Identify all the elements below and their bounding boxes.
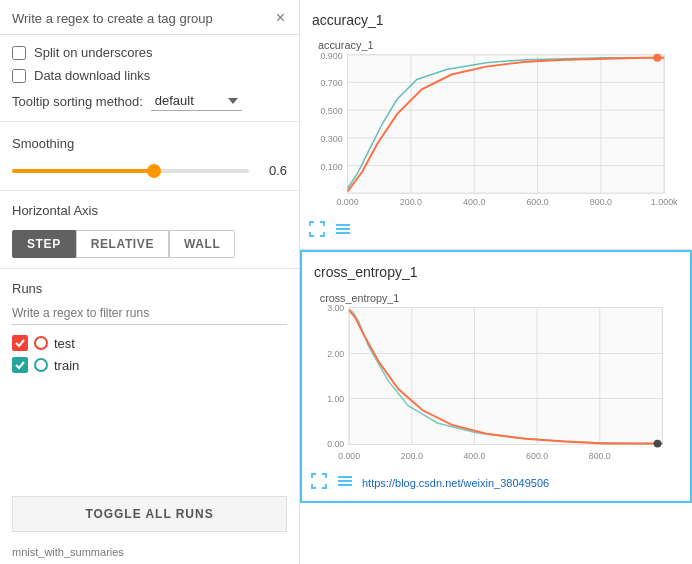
run-checkbox-train[interactable]	[12, 357, 28, 373]
smoothing-slider-thumb[interactable]	[147, 164, 161, 178]
axis-buttons-group: STEP RELATIVE WALL	[12, 230, 287, 258]
svg-text:1.00: 1.00	[327, 394, 344, 404]
svg-point-50	[654, 440, 662, 448]
horizontal-axis-section: Horizontal Axis STEP RELATIVE WALL	[0, 191, 299, 269]
chart-svg-cross-entropy: cross_entropy_1 3.00	[310, 286, 682, 466]
svg-rect-27	[336, 228, 350, 230]
lines-icon-accuracy[interactable]	[334, 220, 352, 241]
smoothing-value: 0.6	[259, 163, 287, 178]
smoothing-slider-track[interactable]	[12, 169, 249, 173]
smoothing-title: Smoothing	[12, 136, 287, 151]
expand-icon-cross-entropy[interactable]	[310, 472, 328, 493]
chart-area-accuracy: accuracy_1	[300, 30, 692, 218]
axis-wall-button[interactable]: WALL	[169, 230, 235, 258]
smoothing-slider-row: 0.6	[12, 163, 287, 178]
svg-text:cross_entropy_1: cross_entropy_1	[320, 292, 399, 304]
tooltip-row: Tooltip sorting method: default ascendin…	[12, 91, 287, 111]
data-download-checkbox[interactable]: Data download links	[12, 68, 287, 83]
svg-text:200.0: 200.0	[400, 197, 422, 207]
svg-rect-51	[338, 476, 352, 478]
axis-step-button[interactable]: STEP	[12, 230, 76, 258]
svg-text:accuracy_1: accuracy_1	[318, 39, 374, 51]
chart-title-cross-entropy: cross_entropy_1	[302, 260, 690, 282]
svg-text:800.0: 800.0	[590, 197, 612, 207]
run-checkbox-test[interactable]	[12, 335, 28, 351]
chart-actions-accuracy	[300, 218, 692, 245]
data-download-label: Data download links	[34, 68, 150, 83]
panel-header-text: Write a regex to create a tag group	[12, 11, 213, 26]
runs-title: Runs	[12, 281, 287, 296]
tooltip-sorting-label: Tooltip sorting method:	[12, 94, 143, 109]
expand-icon-accuracy[interactable]	[308, 220, 326, 241]
svg-text:0.00: 0.00	[327, 439, 344, 449]
chart-inner-accuracy: accuracy_1	[308, 34, 684, 214]
svg-text:0.900: 0.900	[320, 51, 342, 61]
lines-icon-cross-entropy[interactable]	[336, 472, 354, 493]
split-underscores-label: Split on underscores	[34, 45, 153, 60]
panel-header: Write a regex to create a tag group ×	[0, 0, 299, 35]
chart-actions-cross-entropy: https://blog.csdn.net/weixin_38049506	[302, 470, 690, 497]
svg-text:3.00: 3.00	[327, 303, 344, 313]
horizontal-axis-title: Horizontal Axis	[12, 203, 287, 218]
run-circle-test	[34, 336, 48, 350]
split-underscores-input[interactable]	[12, 46, 26, 60]
chart-card-accuracy: accuracy_1 accuracy_1	[300, 0, 692, 250]
svg-rect-52	[338, 480, 352, 482]
svg-rect-28	[336, 232, 350, 234]
tooltip-sorting-select[interactable]: default ascending descending nearest	[151, 91, 242, 111]
run-name-test: test	[54, 336, 75, 351]
footer-text: mnist_with_summaries	[0, 540, 299, 564]
svg-text:1.000k: 1.000k	[651, 197, 678, 207]
chart-svg-accuracy: accuracy_1	[308, 34, 684, 214]
options-section: Split on underscores Data download links…	[0, 35, 299, 122]
chart-link-cross-entropy[interactable]: https://blog.csdn.net/weixin_38049506	[362, 477, 549, 489]
svg-text:600.0: 600.0	[526, 197, 548, 207]
svg-rect-53	[338, 484, 352, 486]
split-underscores-checkbox[interactable]: Split on underscores	[12, 45, 287, 60]
run-circle-train	[34, 358, 48, 372]
run-row-test: test	[12, 335, 287, 351]
svg-text:400.0: 400.0	[463, 451, 485, 461]
chart-title-accuracy: accuracy_1	[300, 8, 692, 30]
svg-text:0.000: 0.000	[336, 197, 358, 207]
smoothing-slider-fill	[12, 169, 154, 173]
chart-inner-cross-entropy: cross_entropy_1 3.00	[310, 286, 682, 466]
chart-area-cross-entropy: cross_entropy_1 3.00	[302, 282, 690, 470]
left-panel: Write a regex to create a tag group × Sp…	[0, 0, 300, 564]
runs-filter-input[interactable]	[12, 302, 287, 325]
run-row-train: train	[12, 357, 287, 373]
svg-rect-30	[349, 307, 662, 444]
svg-text:0.300: 0.300	[320, 134, 342, 144]
runs-section: Runs test train TOGGLE ALL RUNS	[0, 269, 299, 540]
svg-text:2.00: 2.00	[327, 349, 344, 359]
svg-text:600.0: 600.0	[526, 451, 548, 461]
chart-card-cross-entropy: cross_entropy_1 cross_entropy_1	[300, 250, 692, 503]
svg-text:400.0: 400.0	[463, 197, 485, 207]
svg-rect-26	[336, 224, 350, 226]
svg-text:0.100: 0.100	[320, 162, 342, 172]
run-name-train: train	[54, 358, 79, 373]
data-download-input[interactable]	[12, 69, 26, 83]
svg-text:0.000: 0.000	[338, 451, 360, 461]
svg-rect-1	[348, 55, 665, 194]
svg-point-25	[653, 54, 661, 62]
toggle-all-runs-button[interactable]: TOGGLE ALL RUNS	[12, 496, 287, 532]
right-panel: accuracy_1 accuracy_1	[300, 0, 692, 564]
svg-text:800.0: 800.0	[589, 451, 611, 461]
svg-text:200.0: 200.0	[401, 451, 423, 461]
svg-text:0.700: 0.700	[320, 78, 342, 88]
smoothing-section: Smoothing 0.6	[0, 122, 299, 191]
close-button[interactable]: ×	[274, 10, 287, 26]
axis-relative-button[interactable]: RELATIVE	[76, 230, 169, 258]
svg-text:0.500: 0.500	[320, 106, 342, 116]
